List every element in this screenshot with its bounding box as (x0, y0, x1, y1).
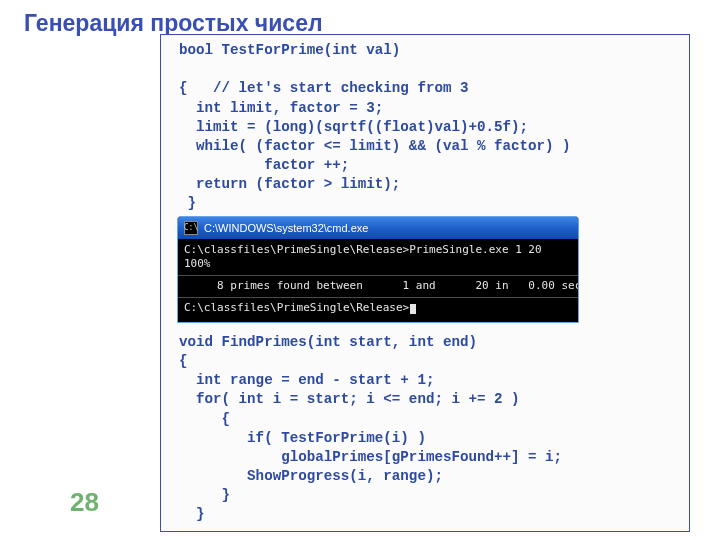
code-frame: bool TestForPrime(int val) { // let's st… (160, 34, 690, 532)
code-block-findprimes: void FindPrimes(int start, int end) { in… (179, 333, 679, 525)
cmd-separator (178, 297, 578, 298)
cmd-body: C:\classfiles\PrimeSingle\Release>PrimeS… (178, 239, 578, 322)
code-block-testforprime: bool TestForPrime(int val) { // let's st… (179, 41, 679, 214)
cmd-title: C:\WINDOWS\system32\cmd.exe (204, 222, 368, 234)
cmd-icon-glyph: C:\ (184, 224, 198, 232)
cmd-line-2: 100% (184, 257, 211, 270)
page-number: 28 (70, 489, 92, 516)
slide: Генерация простых чисел 28 bool TestForP… (0, 0, 720, 540)
cmd-titlebar: C:\ C:\WINDOWS\system32\cmd.exe (178, 217, 578, 239)
cmd-icon: C:\ (184, 221, 198, 235)
cmd-window: C:\ C:\WINDOWS\system32\cmd.exe C:\class… (177, 216, 579, 323)
cmd-separator (178, 275, 578, 276)
cmd-line-1: C:\classfiles\PrimeSingle\Release>PrimeS… (184, 243, 542, 256)
cmd-line-5: C:\classfiles\PrimeSingle\Release> (184, 301, 409, 314)
cmd-cursor-icon (410, 304, 416, 314)
slide-title: Генерация простых чисел (24, 10, 700, 37)
cmd-line-3: 8 primes found between 1 and 20 in 0.00 … (184, 279, 579, 292)
